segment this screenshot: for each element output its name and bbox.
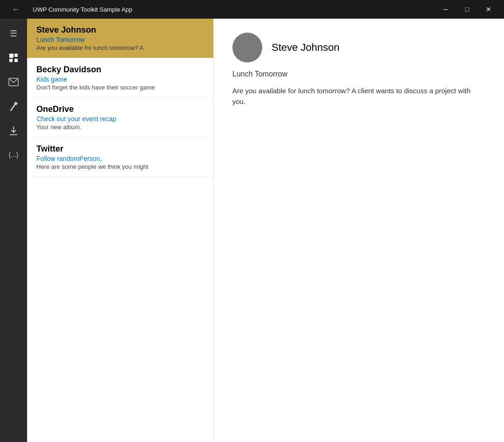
title-bar: ← UWP Community Toolkit Sample App ─ □ ✕: [0, 0, 504, 19]
sidebar-item-code[interactable]: {...}: [2, 144, 25, 166]
list-item[interactable]: Twitter Follow randomPerson, Here are so…: [27, 138, 213, 177]
list-item-subject: Follow randomPerson,: [36, 155, 204, 162]
app-body: ☰ {...}: [0, 19, 504, 442]
detail-panel: Steve Johnson Lunch Tomorrow Are you ava…: [214, 19, 504, 442]
minimize-button[interactable]: ─: [435, 0, 456, 19]
detail-body: Are you available for lunch tomorrow? A …: [232, 86, 485, 107]
svg-rect-2: [9, 59, 13, 62]
list-item-preview: Your new album.: [36, 124, 204, 131]
list-item-sender: OneDrive: [36, 104, 204, 114]
sidebar: ☰ {...}: [0, 19, 27, 442]
sidebar-item-brush[interactable]: [2, 95, 25, 117]
detail-sender-name: Steve Johnson: [272, 41, 340, 54]
back-icon[interactable]: ←: [5, 0, 27, 21]
close-button[interactable]: ✕: [478, 0, 499, 19]
list-item[interactable]: Steve Johnson Lunch Tomorrow Are you ava…: [27, 19, 213, 58]
list-item-sender: Twitter: [36, 144, 204, 154]
list-item-preview: Here are some people we think you might: [36, 163, 204, 170]
svg-rect-3: [14, 59, 18, 62]
sidebar-item-download[interactable]: [2, 119, 25, 142]
svg-rect-0: [9, 54, 14, 58]
list-item-preview: Don't forget the kids have their soccer …: [36, 84, 204, 91]
title-bar-left: ← UWP Community Toolkit Sample App: [5, 0, 132, 21]
list-item-preview: Are you available for lunch tomorrow? A: [36, 44, 204, 51]
list-panel: Steve Johnson Lunch Tomorrow Are you ava…: [27, 19, 214, 442]
list-item-subject: Lunch Tomorrow: [36, 36, 204, 43]
list-item-subject: Check out your event recap: [36, 115, 204, 123]
list-item-sender: Steve Johnson: [36, 25, 204, 35]
list-item-sender: Becky Davidson: [36, 65, 204, 75]
sidebar-item-menu[interactable]: ☰: [2, 22, 25, 45]
svg-rect-1: [14, 54, 18, 57]
list-item[interactable]: Becky Davidson Kids game Don't forget th…: [27, 58, 213, 98]
detail-header: Steve Johnson: [232, 33, 485, 62]
sidebar-item-tasks[interactable]: [2, 47, 25, 69]
list-item-subject: Kids game: [36, 76, 204, 83]
list-item[interactable]: OneDrive Check out your event recap Your…: [27, 98, 213, 138]
sidebar-item-mail[interactable]: [2, 71, 25, 93]
maximize-button[interactable]: □: [456, 0, 478, 19]
window-controls: ─ □ ✕: [435, 0, 499, 19]
app-title: UWP Community Toolkit Sample App: [33, 6, 132, 13]
avatar: [232, 33, 262, 62]
detail-subject: Lunch Tomorrow: [232, 70, 485, 78]
